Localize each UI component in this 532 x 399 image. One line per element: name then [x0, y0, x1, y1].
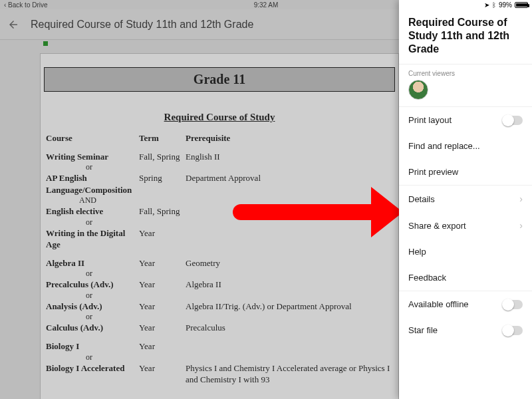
menu-item-label: Share & export	[408, 221, 466, 231]
cell-term: Year	[139, 257, 186, 269]
cell-term: Year	[139, 340, 186, 352]
cell-prereq: Department Approval	[186, 172, 393, 196]
cell-prereq: Algebra II/Trig. (Adv.) or Department Ap…	[186, 301, 393, 313]
menu-item-find-and-replace[interactable]: Find and replace...	[399, 133, 532, 159]
menu-item-label: Available offline	[408, 299, 469, 309]
menu-item-label: Help	[408, 247, 426, 257]
connector: AND	[46, 196, 393, 205]
cell-course: Writing in the Digital Age	[46, 227, 139, 251]
cell-term: Year	[139, 322, 186, 334]
col-term: Term	[139, 132, 186, 144]
cell-course: Precalculus (Adv.)	[46, 279, 139, 291]
cell-prereq: Algebra II	[186, 279, 393, 291]
cell-prereq: Geometry	[186, 257, 393, 269]
table-row: Precalculus (Adv.)YearAlgebra II	[46, 279, 393, 291]
cell-course: Calculus (Adv.)	[46, 322, 139, 334]
table-row: Writing in the Digital AgeYear	[46, 227, 393, 251]
status-back-label: Back to Drive	[8, 1, 47, 9]
cell-term: Year	[139, 301, 186, 313]
battery-percent: 99%	[499, 1, 512, 9]
menu-item-print-layout[interactable]: Print layout	[399, 106, 532, 133]
menu-item-label: Print preview	[408, 167, 458, 177]
cell-course: AP English Language/Composition	[46, 172, 139, 196]
table-row: English electiveFall, Spring	[46, 205, 393, 217]
menu-item-label: Find and replace...	[408, 141, 480, 151]
status-back-to-drive[interactable]: ‹ Back to Drive	[4, 1, 137, 9]
table-row: Calculus (Adv.)YearPrecalculus	[46, 322, 393, 334]
current-viewers	[399, 80, 532, 106]
menu-item-feedback[interactable]: Feedback	[399, 265, 532, 291]
connector: or	[46, 291, 393, 301]
screen: ‹ Back to Drive 9:32 AM Required Course …	[0, 0, 532, 399]
cell-course: Writing Seminar	[46, 151, 139, 163]
location-icon: ➤	[484, 1, 489, 9]
grade-banner: Grade 11	[44, 67, 395, 92]
avatar[interactable]	[408, 80, 428, 100]
cell-prereq: Physics I and Chemistry I Accelerated av…	[186, 362, 393, 386]
chevron-right-icon: ›	[519, 220, 523, 231]
cell-term: Year	[139, 362, 186, 386]
menu-item-share-export[interactable]: Share & export›	[399, 212, 532, 239]
toggle[interactable]	[503, 116, 523, 125]
viewers-label: Current viewers	[399, 64, 532, 80]
menu-item-print-preview[interactable]: Print preview	[399, 159, 532, 185]
back-arrow-icon[interactable]	[7, 18, 20, 31]
panel-menu: Print layoutFind and replace...Print pre…	[399, 106, 532, 343]
cell-term: Fall, Spring	[139, 151, 186, 163]
cell-course: English elective	[46, 205, 139, 217]
connector: or	[46, 162, 393, 172]
side-panel: ➤ ᛒ 99% Required Course of Study 11th an…	[399, 0, 532, 399]
col-course: Course	[46, 132, 139, 144]
table-row: Algebra IIYearGeometry	[46, 257, 393, 269]
menu-item-label: Print layout	[408, 115, 452, 125]
cell-prereq: English II	[186, 151, 393, 163]
cell-term: Year	[139, 227, 186, 251]
connector: or	[46, 217, 393, 227]
cell-prereq	[186, 340, 393, 352]
cell-prereq: Precalculus	[186, 322, 393, 334]
cell-term: Spring	[139, 172, 186, 196]
table-row: Biology I AcceleratedYearPhysics I and C…	[46, 362, 393, 386]
bluetooth-icon: ᛒ	[492, 1, 496, 9]
toggle[interactable]	[503, 326, 523, 335]
menu-item-available-offline[interactable]: Available offline	[399, 291, 532, 317]
menu-item-label: Star file	[408, 325, 438, 335]
battery-icon	[515, 2, 528, 8]
toggle[interactable]	[503, 300, 523, 309]
cell-course: Biology I	[46, 340, 139, 352]
connector: or	[46, 352, 393, 362]
menu-item-star-file[interactable]: Star file	[399, 317, 532, 343]
table-row: Writing SeminarFall, SpringEnglish II	[46, 151, 393, 163]
col-prereq: Prerequisite	[186, 132, 393, 144]
cursor-marker	[43, 41, 48, 46]
cell-course: Biology I Accelerated	[46, 362, 139, 386]
cell-prereq	[186, 205, 393, 217]
menu-item-label: Feedback	[408, 273, 446, 283]
table-header: Course Term Prerequisite	[46, 132, 393, 144]
document-page: Grade 11 Required Course of Study Course…	[40, 53, 399, 399]
chevron-right-icon: ›	[519, 194, 523, 204]
status-time: 9:32 AM	[137, 1, 395, 9]
cell-prereq	[186, 227, 393, 251]
panel-status-bar: ➤ ᛒ 99%	[399, 0, 532, 9]
cell-course: Algebra II	[46, 257, 139, 269]
menu-item-label: Details	[408, 194, 435, 204]
menu-item-details[interactable]: Details›	[399, 185, 532, 212]
table-row: Analysis (Adv.)YearAlgebra II/Trig. (Adv…	[46, 301, 393, 313]
cell-term: Fall, Spring	[139, 205, 186, 217]
app-title: Required Course of Study 11th and 12th G…	[31, 19, 253, 31]
table-row: AP English Language/CompositionSpringDep…	[46, 172, 393, 196]
connector: or	[46, 312, 393, 322]
cell-term: Year	[139, 279, 186, 291]
connector: or	[46, 269, 393, 279]
table-row: Biology IYear	[46, 340, 393, 352]
cell-course: Analysis (Adv.)	[46, 301, 139, 313]
panel-title: Required Course of Study 11th and 12th G…	[399, 9, 532, 64]
doc-subheading: Required Course of Study	[46, 112, 393, 123]
menu-item-help[interactable]: Help	[399, 239, 532, 265]
